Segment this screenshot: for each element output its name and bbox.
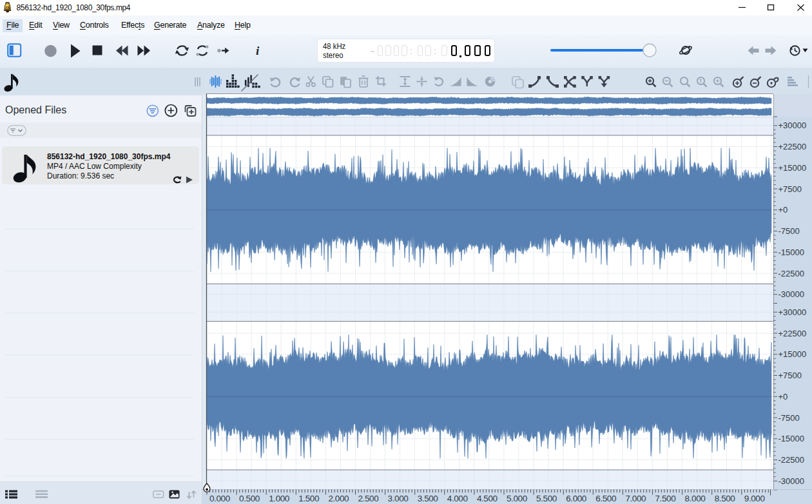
svg-text:2.000: 2.000 [328, 494, 349, 503]
svg-text:7.500: 7.500 [655, 494, 676, 503]
svg-text:+7500: +7500 [778, 371, 802, 380]
svg-text:1.500: 1.500 [298, 494, 319, 503]
svg-text:2.500: 2.500 [358, 494, 379, 503]
svg-text:+15000: +15000 [778, 349, 807, 359]
svg-text:7.000: 7.000 [625, 494, 646, 503]
svg-text:0.000: 0.000 [209, 494, 230, 503]
svg-text:+30000: +30000 [778, 307, 807, 317]
svg-text:+7500: +7500 [778, 184, 802, 194]
svg-text:-15000: -15000 [778, 247, 804, 257]
svg-text:+15000: +15000 [778, 163, 807, 173]
svg-text:4.500: 4.500 [477, 494, 498, 503]
svg-text:8.500: 8.500 [715, 494, 735, 503]
svg-text:+0: +0 [778, 392, 788, 402]
svg-text:9.000: 9.000 [744, 494, 765, 503]
svg-text:0.500: 0.500 [239, 494, 260, 503]
svg-text:1.000: 1.000 [269, 494, 289, 503]
svg-text:-30000: -30000 [778, 476, 804, 486]
svg-text:4.000: 4.000 [447, 494, 468, 503]
svg-text:-15000: -15000 [778, 434, 804, 443]
svg-text:-7500: -7500 [778, 226, 800, 236]
svg-text:3.000: 3.000 [388, 494, 409, 503]
svg-text:-30000: -30000 [778, 289, 804, 299]
svg-text:-22500: -22500 [778, 455, 804, 465]
svg-text:-7500: -7500 [778, 413, 800, 423]
svg-text:6.000: 6.000 [566, 494, 586, 503]
svg-text:+22500: +22500 [778, 329, 807, 338]
svg-text:-22500: -22500 [778, 269, 804, 278]
svg-text:6.500: 6.500 [595, 494, 616, 503]
svg-text:8.000: 8.000 [685, 494, 706, 503]
svg-text:3.500: 3.500 [418, 494, 438, 503]
svg-text:5.500: 5.500 [536, 494, 557, 503]
svg-text:+30000: +30000 [778, 121, 807, 130]
svg-text:+0: +0 [778, 205, 788, 215]
svg-text:+22500: +22500 [778, 142, 807, 151]
svg-text:5.000: 5.000 [507, 494, 527, 503]
